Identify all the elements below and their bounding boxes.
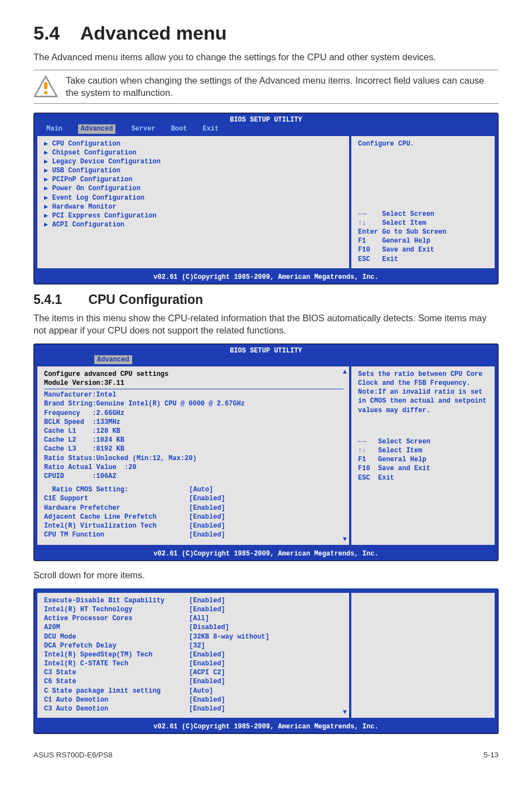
bios-cpu-config-continued: Execute-Disable Bit Capability[Enabled] … — [33, 588, 499, 735]
bios-menubar: Advanced — [34, 355, 498, 366]
subsection-intro: The items in this menu show the CPU-rela… — [33, 312, 499, 337]
menu-item[interactable]: ▶ Legacy Device Configuration — [44, 157, 344, 166]
help-key: ESC Exit — [358, 474, 489, 482]
bios-help-panel: Sets the ratio between CPU Core Clock an… — [351, 366, 495, 545]
help-key: ←→ Select Screen — [358, 437, 489, 446]
option-row[interactable]: Intel(R) HT Technology[Enabled] — [44, 605, 344, 614]
option-row[interactable]: C1E Support[Enabled] — [44, 494, 344, 503]
bios-left-panel: Execute-Disable Bit Capability[Enabled] … — [37, 593, 349, 718]
bios-title: BIOS SETUP UTILITY — [34, 344, 498, 355]
tab-advanced[interactable]: Advanced — [78, 124, 116, 133]
svg-point-2 — [44, 91, 47, 94]
section-heading: 5.4 Advanced menu — [33, 22, 499, 44]
info-line: Manufacturer:Intel — [44, 390, 344, 399]
caution-callout: Take caution when changing the settings … — [33, 70, 499, 104]
subsection-number: 5.4.1 — [33, 292, 85, 307]
option-row[interactable]: A20M[Disabled] — [44, 623, 344, 632]
caution-text: Take caution when changing the settings … — [66, 75, 499, 99]
section-title-text: Advanced menu — [80, 22, 227, 44]
scroll-hint: Scroll down for more items. — [33, 569, 499, 581]
help-key: ↑↓ Select Item — [358, 219, 489, 228]
option-row[interactable]: Ratio CMOS Setting:[Auto] — [44, 485, 344, 494]
bios-copyright: v02.61 (C)Copyright 1985-2009, American … — [34, 272, 498, 284]
info-line: Frequency :2.66GHz — [44, 409, 344, 418]
module-version: Module Version:3F.11 — [44, 379, 344, 389]
footer-page-number: 5-13 — [483, 751, 499, 759]
bios-left-panel: ▲ Configure advanced CPU settings Module… — [37, 366, 349, 545]
menu-item[interactable]: ▶ USB Configuration — [44, 166, 344, 175]
info-line: Ratio Status:Unlocked (Min:12, Max:20) — [44, 454, 344, 463]
svg-rect-1 — [44, 82, 47, 89]
info-line: BCLK Speed :133MHz — [44, 418, 344, 427]
option-row[interactable]: C6 State[Enabled] — [44, 677, 344, 686]
bios-copyright: v02.61 (C)Copyright 1985-2009, American … — [34, 548, 498, 561]
help-key: ESC Exit — [358, 255, 489, 264]
option-row[interactable]: C3 State[ACPI C2] — [44, 668, 344, 677]
option-row[interactable]: CPU TM Function[Enabled] — [44, 530, 344, 539]
scroll-up-icon[interactable]: ▲ — [343, 368, 347, 376]
info-line: Cache L2 :1024 KB — [44, 436, 344, 445]
info-line: Brand String:Genuine Intel(R) CPU @ 0000… — [44, 399, 344, 408]
bios-title: BIOS SETUP UTILITY — [34, 113, 498, 124]
option-row[interactable]: C1 Auto Demotion[Enabled] — [44, 695, 344, 704]
tab-exit[interactable]: Exit — [202, 124, 219, 133]
bios-menubar: Main Advanced Server Boot Exit — [34, 124, 498, 136]
bios-left-panel: ▶ CPU Configuration ▶ Chipset Configurat… — [37, 136, 349, 268]
menu-item[interactable]: ▶ Power On Configuration — [44, 184, 344, 193]
option-row[interactable]: Active Processor Cores[All] — [44, 614, 344, 623]
subsection-title-text: CPU Configuration — [88, 292, 203, 307]
help-description: Sets the ratio between CPU Core Clock an… — [358, 370, 489, 415]
info-line: Cache L1 :128 KB — [44, 427, 344, 436]
menu-item[interactable]: ▶ ACPI Configuration — [44, 220, 344, 229]
option-row[interactable]: Intel(R) C-STATE Tech[Enabled] — [44, 659, 344, 668]
option-row[interactable]: Hardware Prefetcher[Enabled] — [44, 504, 344, 513]
subsection-heading: 5.4.1 CPU Configuration — [33, 292, 499, 307]
menu-item[interactable]: ▶ PCI Exppress Configuration — [44, 211, 344, 220]
page-footer: ASUS RS700D-E6/PS8 5-13 — [33, 751, 499, 759]
menu-item[interactable]: ▶ Chipset Configuration — [44, 148, 344, 157]
tab-main[interactable]: Main — [46, 124, 62, 133]
scroll-down-icon[interactable]: ▼ — [343, 708, 347, 717]
info-line: Cache L3 :8192 KB — [44, 445, 344, 453]
menu-item[interactable]: ▶ Event Log Configuration — [44, 194, 344, 202]
bios-copyright: v02.61 (C)Copyright 1985-2009, American … — [34, 721, 498, 733]
tab-advanced[interactable]: Advanced — [94, 355, 132, 364]
cpu-settings-header: Configure advanced CPU settings — [44, 370, 344, 379]
option-row[interactable]: Intel(R) Virtualization Tech[Enabled] — [44, 521, 344, 530]
option-row[interactable]: DCU Mode[32KB 8-way without] — [44, 632, 344, 641]
help-key: Enter Go to Sub Screen — [358, 228, 489, 236]
help-key: F1 General Help — [358, 455, 489, 464]
caution-icon — [33, 75, 58, 98]
option-row[interactable]: DCA Prefetch Delay[32] — [44, 641, 344, 650]
section-number: 5.4 — [33, 22, 60, 44]
help-description: Configure CPU. — [358, 139, 489, 148]
help-key: ↑↓ Select Item — [358, 446, 489, 455]
help-key: F1 General Help — [358, 236, 489, 245]
bios-help-panel — [351, 593, 495, 718]
option-row[interactable]: Execute-Disable Bit Capability[Enabled] — [44, 596, 344, 605]
help-key: F10 Save and Exit — [358, 464, 489, 473]
tab-server[interactable]: Server — [131, 124, 155, 133]
menu-item[interactable]: ▶ PCIPnP Configuration — [44, 175, 344, 184]
scroll-down-icon[interactable]: ▼ — [343, 535, 347, 544]
menu-item[interactable]: ▶ Hardware Monitor — [44, 202, 344, 211]
option-row[interactable]: Intel(R) SpeedStep(TM) Tech[Enabled] — [44, 650, 344, 659]
option-row[interactable]: C State package limit setting[Auto] — [44, 687, 344, 695]
bios-advanced-menu: BIOS SETUP UTILITY Main Advanced Server … — [33, 113, 499, 284]
menu-item[interactable]: ▶ CPU Configuration — [44, 139, 344, 148]
option-row[interactable]: Adjacent Cache Line Prefetch[Enabled] — [44, 513, 344, 521]
intro-paragraph: The Advanced menu items allow you to cha… — [33, 51, 499, 63]
bios-cpu-config: BIOS SETUP UTILITY Advanced ▲ Configure … — [33, 344, 499, 562]
tab-boot[interactable]: Boot — [171, 124, 187, 133]
option-row[interactable]: C3 Auto Demotion[Enabled] — [44, 704, 344, 713]
info-line: Ratio Actual Value :20 — [44, 463, 344, 472]
bios-help-panel: Configure CPU. ←→ Select Screen ↑↓ Selec… — [351, 136, 495, 268]
help-key: F10 Save and Exit — [358, 245, 489, 254]
help-key: ←→ Select Screen — [358, 210, 489, 219]
info-line: CPUID :106A2 — [44, 472, 344, 481]
footer-product: ASUS RS700D-E6/PS8 — [33, 751, 113, 759]
